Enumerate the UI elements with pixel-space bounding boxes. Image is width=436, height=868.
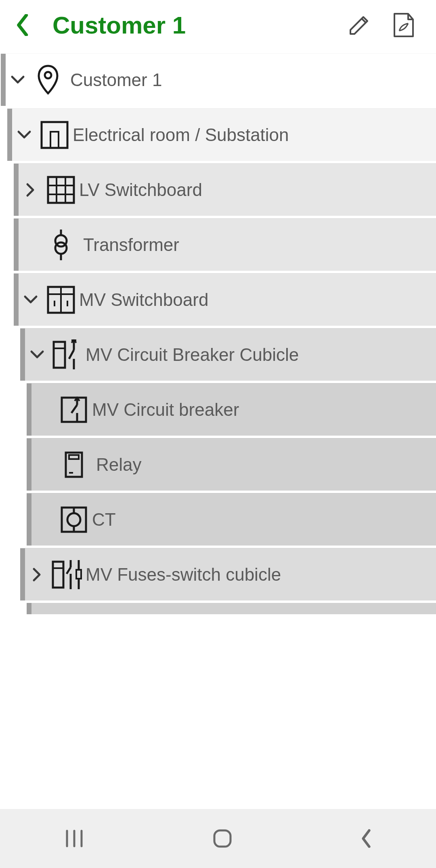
app-header: Customer 1 — [0, 0, 436, 50]
home-button[interactable] — [212, 828, 233, 849]
pdf-file-icon — [392, 12, 415, 38]
tree-node-label: Electrical room / Substation — [73, 125, 289, 145]
expand-toggle[interactable] — [19, 295, 43, 305]
mv-cubicle-icon — [49, 339, 86, 371]
svg-line-37 — [67, 567, 71, 574]
ct-icon — [56, 505, 92, 534]
svg-rect-34 — [53, 562, 63, 588]
svg-point-1 — [45, 72, 51, 78]
android-nav-bar — [0, 809, 436, 868]
transformer-icon — [43, 229, 79, 261]
expand-toggle[interactable] — [19, 183, 43, 197]
asset-tree: Customer 1 Electrical room / Substation — [0, 50, 436, 614]
svg-point-31 — [67, 513, 80, 526]
svg-rect-40 — [76, 570, 81, 579]
mv-switchboard-icon — [43, 284, 79, 315]
tree-node-electrical-room[interactable]: Electrical room / Substation — [7, 108, 436, 161]
tree-node-mv-fuses-switch-cubicle[interactable]: MV Fuses-switch cubicle — [20, 548, 436, 600]
chevron-down-icon — [23, 295, 38, 305]
page-title: Customer 1 — [52, 11, 186, 39]
lv-switchboard-icon — [43, 175, 79, 205]
svg-rect-4 — [48, 177, 74, 203]
expand-toggle[interactable] — [12, 130, 36, 140]
tree-node-partial[interactable] — [27, 603, 436, 614]
tree-node-mv-switchboard[interactable]: MV Switchboard — [14, 273, 436, 326]
expand-toggle[interactable] — [25, 350, 49, 360]
tree-node-label: Relay — [96, 455, 142, 475]
svg-rect-2 — [42, 122, 67, 148]
recents-button[interactable] — [63, 829, 86, 848]
svg-line-21 — [69, 350, 74, 359]
svg-line-25 — [71, 405, 77, 413]
expand-toggle[interactable] — [25, 567, 49, 582]
tree-node-relay[interactable]: Relay — [27, 438, 436, 491]
chevron-right-icon — [26, 183, 36, 197]
svg-rect-3 — [50, 132, 59, 148]
pencil-icon — [346, 12, 372, 38]
expand-toggle[interactable] — [6, 75, 30, 85]
tree-node-label: Transformer — [83, 235, 179, 255]
export-pdf-button[interactable] — [388, 12, 420, 38]
tree-node-label: MV Switchboard — [79, 290, 208, 310]
tree-node-label: CT — [92, 510, 116, 530]
tree-node-label: LV Switchboard — [79, 180, 202, 200]
svg-rect-45 — [214, 830, 231, 847]
chevron-down-icon — [30, 350, 44, 360]
location-pin-icon — [30, 64, 66, 96]
tree-node-mv-cb-cubicle[interactable]: MV Circuit Breaker Cubicle — [20, 328, 436, 381]
room-icon — [36, 120, 73, 150]
fuse-switch-cubicle-icon — [49, 558, 86, 591]
circuit-breaker-icon — [56, 395, 92, 424]
relay-icon — [56, 450, 92, 479]
svg-rect-28 — [69, 455, 79, 459]
svg-rect-18 — [54, 342, 65, 368]
chevron-down-icon — [10, 75, 25, 85]
tree-node-ct[interactable]: CT — [27, 493, 436, 546]
tree-node-mv-circuit-breaker[interactable]: MV Circuit breaker — [27, 383, 436, 436]
chevron-down-icon — [17, 130, 31, 140]
tree-node-label: MV Circuit breaker — [92, 400, 239, 420]
tree-node-transformer[interactable]: Transformer — [14, 218, 436, 271]
back-nav-button[interactable] — [359, 828, 373, 849]
tree-node-lv-switchboard[interactable]: LV Switchboard — [14, 163, 436, 216]
back-button[interactable] — [16, 14, 40, 36]
tree-node-label: MV Fuses-switch cubicle — [86, 565, 281, 585]
tree-node-customer[interactable]: Customer 1 — [1, 53, 436, 106]
tree-node-label: Customer 1 — [70, 70, 162, 90]
tree-node-label: MV Circuit Breaker Cubicle — [86, 345, 299, 365]
edit-button[interactable] — [343, 12, 375, 38]
chevron-right-icon — [32, 567, 42, 582]
svg-point-11 — [55, 242, 67, 254]
